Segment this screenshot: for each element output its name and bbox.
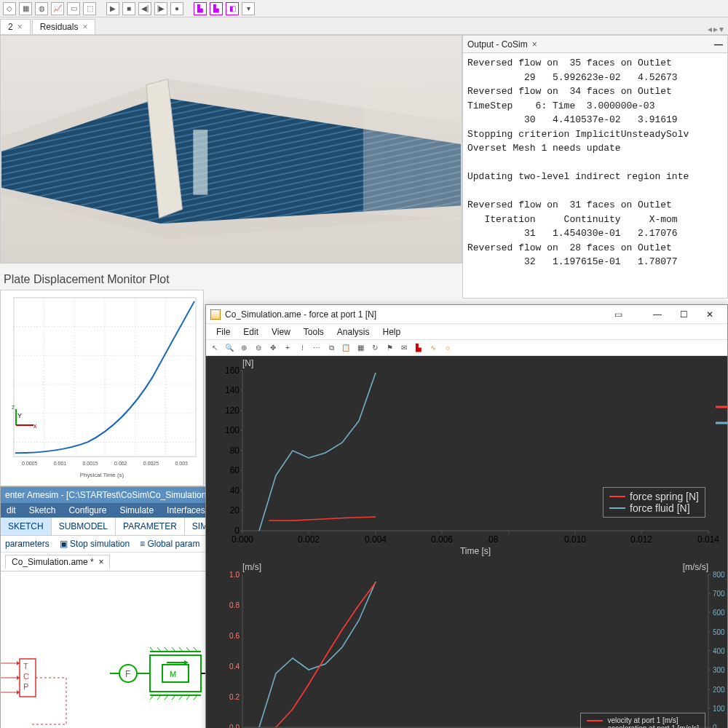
menu-analysis[interactable]: Analysis: [331, 325, 376, 339]
plot-titlebar[interactable]: Co_Simulation.ame - force at port 1 [N] …: [206, 305, 727, 324]
plot-area[interactable]: [N] 02040 6080100 120140160 0.0000.0020.…: [206, 356, 727, 728]
tab-sketch[interactable]: SKETCH: [1, 518, 52, 535]
crosshair-icon[interactable]: +: [282, 342, 293, 354]
svg-text:40: 40: [230, 486, 240, 496]
plot-window: Co_Simulation.ame - force at port 1 [N] …: [205, 304, 728, 728]
menu-view[interactable]: View: [266, 325, 296, 339]
zoom-icon[interactable]: 🔍: [223, 342, 235, 354]
close-icon[interactable]: ✕: [697, 306, 723, 323]
btn-global-param[interactable]: ≡ Global param: [140, 539, 199, 549]
3d-view[interactable]: [0, 35, 462, 264]
svg-text:F: F: [125, 669, 130, 679]
panel-title: Output - CoSim: [467, 39, 528, 50]
svg-text:0.002: 0.002: [298, 534, 320, 545]
tab-view-2[interactable]: 2×: [0, 19, 31, 34]
flag-icon[interactable]: ⚑: [384, 342, 395, 354]
svg-text:20: 20: [230, 505, 240, 515]
output-text[interactable]: Reversed flow on 35 faces on Outlet 29 5…: [463, 53, 727, 298]
close-icon[interactable]: ×: [98, 557, 103, 567]
svg-text:0.2: 0.2: [229, 693, 240, 701]
grid-icon[interactable]: ▦: [355, 342, 366, 354]
output-panel: Output - CoSim × — Reversed flow on 35 f…: [462, 35, 728, 298]
clip-icon[interactable]: 📋: [340, 342, 352, 354]
region-a-icon[interactable]: ▙: [194, 2, 207, 15]
amesim-sketch-canvas[interactable]: T C P F: [1, 571, 226, 728]
menu-sketch[interactable]: Sketch: [23, 503, 62, 518]
btn-stop-sim[interactable]: ▣ Stop simulation: [60, 539, 130, 549]
menu-tools[interactable]: Tools: [298, 325, 330, 339]
menu-configure[interactable]: Configure: [63, 503, 112, 518]
tab-residuals[interactable]: Residuals×: [32, 19, 96, 34]
step-back-icon[interactable]: ◀|: [138, 2, 151, 15]
zoom-out-icon[interactable]: ⊖: [253, 342, 264, 354]
file-tab[interactable]: Co_Simulation.ame * ×: [5, 555, 110, 569]
more-icon[interactable]: ▾: [242, 2, 255, 15]
tool-grid-icon[interactable]: ▦: [19, 2, 32, 15]
svg-text:80: 80: [230, 446, 240, 456]
tab-menu-icon[interactable]: ▾: [719, 24, 724, 34]
play-icon[interactable]: ▶: [106, 2, 119, 15]
region-b-icon[interactable]: ▙: [210, 2, 223, 15]
menu-interfaces[interactable]: Interfaces: [161, 503, 211, 518]
tab-parameter[interactable]: PARAMETER: [116, 518, 185, 535]
vslider-icon[interactable]: ⁞: [296, 342, 308, 354]
copy-icon[interactable]: ⧉: [325, 342, 337, 354]
tool-table-icon[interactable]: ▭: [67, 2, 80, 15]
svg-marker-6: [363, 76, 461, 221]
menu-help[interactable]: Help: [377, 325, 407, 339]
btn-parameters[interactable]: parameters: [5, 539, 50, 549]
view-tabs: 2× Residuals× ◂ ▸ ▾: [0, 17, 728, 35]
region-c-icon[interactable]: ◧: [226, 2, 239, 15]
tab-label: 2: [8, 22, 13, 32]
close-icon[interactable]: ×: [17, 22, 23, 32]
tool-arrow-icon[interactable]: ◇: [3, 2, 16, 15]
svg-text:P: P: [23, 682, 28, 691]
svg-text:500: 500: [713, 628, 725, 636]
svg-rect-5: [193, 130, 207, 194]
tool-globe-icon[interactable]: ◍: [35, 2, 48, 15]
svg-text:0.012: 0.012: [630, 534, 652, 545]
pan-icon[interactable]: ✥: [267, 342, 279, 354]
menu-file[interactable]: File: [210, 325, 236, 339]
tab-prev-icon[interactable]: ◂: [708, 24, 712, 34]
record-icon[interactable]: ●: [170, 2, 183, 15]
plate-displacement-plot[interactable]: 0.00050.0010.0015 0.0020.00250.003 Physi…: [0, 290, 204, 486]
svg-text:0.6: 0.6: [229, 632, 240, 640]
menu-simulate[interactable]: Simulate: [114, 503, 159, 518]
tab-label: Residuals: [40, 22, 79, 32]
menu-edit[interactable]: Edit: [237, 325, 264, 339]
tab-next-icon[interactable]: ▸: [713, 24, 718, 34]
bar-icon[interactable]: ▙: [413, 342, 424, 354]
hslider-icon[interactable]: ⋯: [311, 342, 323, 354]
svg-text:1.0: 1.0: [229, 571, 240, 579]
svg-text:.08: .08: [486, 534, 499, 545]
refresh-icon[interactable]: ↻: [369, 342, 381, 354]
svg-text:M: M: [170, 670, 176, 678]
tab-submodel[interactable]: SUBMODEL: [52, 518, 116, 535]
cursor-icon[interactable]: ↖: [209, 342, 221, 354]
plate-plot-title: Plate Displacement Monitor Plot: [4, 273, 170, 286]
svg-text:400: 400: [713, 647, 725, 655]
maximize-icon[interactable]: ☐: [670, 306, 697, 323]
step-fwd-icon[interactable]: |▶: [154, 2, 167, 15]
sun-icon[interactable]: ☼: [442, 342, 454, 354]
mail-icon[interactable]: ✉: [398, 342, 410, 354]
minimize-icon[interactable]: —: [644, 306, 670, 323]
stop-icon[interactable]: ■: [122, 2, 135, 15]
wave-icon[interactable]: ∿: [427, 342, 439, 354]
svg-text:160: 160: [225, 365, 240, 376]
close-icon[interactable]: ×: [532, 39, 537, 50]
close-icon[interactable]: ×: [82, 22, 87, 32]
zoom-in-icon[interactable]: ⊕: [238, 342, 250, 354]
legend-chart2: velocity at port 1 [m/s] acceleration at…: [580, 713, 705, 728]
x-axis-label: Physical Time (s): [80, 472, 124, 478]
svg-text:800: 800: [713, 571, 725, 579]
svg-text:0: 0: [713, 724, 717, 728]
minimize-icon[interactable]: —: [714, 39, 723, 50]
top-toolbar: ◇ ▦ ◍ 📈 ▭ ⬚ ▶ ■ ◀| |▶ ● ▙ ▙ ◧ ▾: [0, 0, 728, 17]
tool-select-icon[interactable]: ⬚: [83, 2, 96, 15]
tool-chart-icon[interactable]: 📈: [51, 2, 64, 15]
svg-text:0.014: 0.014: [697, 534, 719, 545]
svg-text:100: 100: [225, 425, 240, 435]
menu-edit[interactable]: dit: [1, 503, 22, 518]
